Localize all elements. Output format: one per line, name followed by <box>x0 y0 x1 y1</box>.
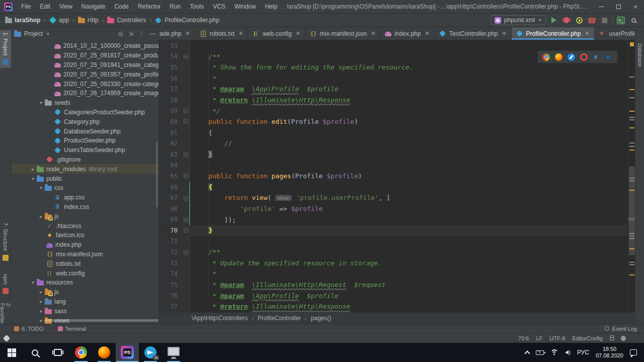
gutter-line-68[interactable]: 68 <box>158 203 190 214</box>
code-line-72[interactable]: 72− /** <box>158 247 628 258</box>
editorconfig-label[interactable]: EditorConfig <box>572 335 603 341</box>
tree-vertical-scrollbar[interactable] <box>156 142 158 207</box>
fold-start-icon[interactable]: − <box>184 119 188 124</box>
editor-breadcrumb-item[interactable]: pages() <box>311 315 332 322</box>
tree-item-lang[interactable]: ▸lang <box>11 297 158 307</box>
menu-code[interactable]: Code <box>110 3 133 10</box>
tree-item-userstableseeder-php[interactable]: UsersTableSeeder.php <box>11 146 158 155</box>
chevron-expanded-icon[interactable]: ▾ <box>30 280 36 285</box>
tree-item-2020-07-25-091941-create-categories-tabl[interactable]: 2020_07_25_091941_create_categories_tabl <box>11 60 158 70</box>
gutter-line-56[interactable]: 56 <box>158 73 190 84</box>
taskbar-clock[interactable]: 18:50 07.08.2020 <box>596 346 623 359</box>
gutter-line-74[interactable]: 74 <box>158 268 190 279</box>
menu-tools[interactable]: Tools <box>185 3 208 10</box>
chevron-expanded-icon[interactable]: ▾ <box>38 185 44 190</box>
menu-refactor[interactable]: Refactor <box>133 3 165 10</box>
tree-item-js[interactable]: ▸js <box>11 287 158 297</box>
tree-item-2020-07-25-092330-create-categories-proc[interactable]: 2020_07_25_092330_create-categories-proc <box>11 79 158 89</box>
breadcrumb-item[interactable]: app <box>48 17 70 24</box>
tree-item-index-css[interactable]: index.css <box>11 202 158 212</box>
chrome-browser-icon[interactable] <box>542 53 550 61</box>
inspection-status-icon[interactable] <box>630 42 634 46</box>
code-line-60[interactable]: 60− public function edit(Profile $profil… <box>158 116 628 127</box>
menu-help[interactable]: Help <box>261 3 282 10</box>
editor-tab-testcontroller-php[interactable]: TestController.php✕ <box>435 27 512 40</box>
tree-item-2020-07-25-091817-create-products-table-[interactable]: 2020_07_25_091817_create_products_table. <box>11 51 158 60</box>
chevron-collapsed-icon[interactable]: ▸ <box>30 167 36 172</box>
code-line-76[interactable]: 76 * @param \App\Profile $profile <box>158 291 628 302</box>
layers-icon[interactable] <box>3 334 10 341</box>
tree-item-index-php[interactable]: index.php <box>11 240 158 250</box>
gutter-line-75[interactable]: 75 <box>158 279 190 291</box>
code-editor[interactable]: 5354− /**55 * Show the form for editing … <box>158 40 628 312</box>
run-configuration-select[interactable]: phpunit.xml ▼ <box>491 15 546 25</box>
chevron-collapsed-icon[interactable]: ▸ <box>38 289 44 295</box>
toolwindow-tab-1-project[interactable]: 1: Project <box>0 30 11 68</box>
battery-icon[interactable] <box>536 350 544 355</box>
code-line-58[interactable]: 58 * @return \Illuminate\Http\Response <box>158 95 628 106</box>
hide-panel-button[interactable]: — <box>149 30 155 37</box>
tree-item-web-config[interactable]: web.config <box>11 268 158 278</box>
code-line-73[interactable]: 73 * Update the specified resource in st… <box>158 258 628 269</box>
tree-item-css[interactable]: ▾css <box>11 183 158 193</box>
gutter-line-65[interactable]: 65− <box>158 171 190 182</box>
tree-item-mix-manifest-json[interactable]: mix-manifest.json <box>11 250 158 259</box>
run-button[interactable] <box>549 16 558 25</box>
chevron-expanded-icon[interactable]: ▾ <box>30 176 36 181</box>
tree-item-favicon-ico[interactable]: favicon.ico <box>11 231 158 240</box>
breadcrumb-item[interactable]: laraShop <box>4 17 41 24</box>
maximize-button[interactable] <box>610 0 627 14</box>
gutter-line-63[interactable]: 63− <box>158 149 190 160</box>
menu-file[interactable]: File <box>17 3 35 10</box>
close-tab-icon[interactable]: ✕ <box>185 30 190 37</box>
editor-tab-ade-php[interactable]: ade.php✕ <box>158 27 195 40</box>
taskbar-firefox-button[interactable] <box>93 343 116 362</box>
tree-item-seeds[interactable]: ▾seeds <box>11 98 158 108</box>
code-line-75[interactable]: 75 * @param \Illuminate\Http\Request $re… <box>158 279 628 291</box>
toolwindow-tab-7-structure[interactable]: 7: Structure <box>0 221 11 264</box>
gutter-line-76[interactable]: 76 <box>158 291 190 302</box>
safari-browser-icon[interactable] <box>568 53 575 61</box>
code-line-65[interactable]: 65− public function pages(Profile $profi… <box>158 171 628 182</box>
locate-file-button[interactable]: ◎ <box>118 30 123 37</box>
gutter-line-70[interactable]: 70− <box>158 225 190 236</box>
fold-start-icon[interactable]: − <box>184 174 188 178</box>
tree-item-databaseseeder-php[interactable]: DatabaseSeeder.php <box>11 126 158 136</box>
tree-item-category-php[interactable]: Category.php <box>11 117 158 126</box>
editor-tab-mix-manifest-json[interactable]: mix-manifest.json✕ <box>305 27 381 40</box>
inspection-profile-icon[interactable] <box>621 336 626 341</box>
debug-button[interactable] <box>562 16 571 25</box>
gutter-line-58[interactable]: 58 <box>158 95 190 106</box>
editor-tab-web-config[interactable]: web.config✕ <box>248 27 305 40</box>
chevron-expanded-icon[interactable]: ▾ <box>38 318 44 323</box>
firefox-browser-icon[interactable] <box>555 53 562 61</box>
opera-browser-icon[interactable] <box>580 53 588 61</box>
code-line-53[interactable]: 53 <box>158 40 628 51</box>
event-log-button[interactable]: Event Log <box>605 326 637 332</box>
search-everywhere-button[interactable] <box>629 16 638 25</box>
code-line-70[interactable]: 70− } <box>158 225 628 236</box>
tree-item-public[interactable]: ▾public <box>11 174 158 183</box>
tree-item-productseeder-php[interactable]: ProductSeeder.php <box>11 136 158 146</box>
gutter-line-53[interactable]: 53 <box>158 40 190 51</box>
menu-navigate[interactable]: Navigate <box>77 3 110 10</box>
line-separator[interactable]: LF <box>536 335 542 341</box>
editor-tab-robots-txt[interactable]: robots.txt✕ <box>195 27 249 40</box>
editor-breadcrumb-item[interactable]: ProfileController <box>258 315 301 322</box>
code-line-59[interactable]: 59− */ <box>158 106 628 117</box>
code-line-57[interactable]: 57 * @param \App\Profile $profile <box>158 84 628 95</box>
breadcrumb-item[interactable]: Controllers <box>106 17 147 24</box>
close-tab-icon[interactable]: ✕ <box>238 30 243 37</box>
taskbar-telegram-button[interactable]: 38 <box>139 343 162 362</box>
todo-toolwindow-button[interactable]: 6: TODO <box>14 326 44 332</box>
taskbar-search-button[interactable] <box>23 343 46 362</box>
taskbar-phpstorm-button[interactable] <box>116 343 139 362</box>
gutter-line-57[interactable]: 57 <box>158 84 190 95</box>
edge-browser-icon[interactable] <box>605 53 613 61</box>
close-tab-icon[interactable]: ✕ <box>502 30 506 37</box>
breadcrumb-item[interactable]: ProfileController.php <box>154 17 220 24</box>
menu-run[interactable]: Run <box>165 3 185 10</box>
fold-end-icon[interactable]: − <box>184 109 188 113</box>
code-line-68[interactable]: 68 'profile' => $profile <box>158 203 628 214</box>
tree-item-node-modules[interactable]: ▸node_moduleslibrary root <box>11 164 158 174</box>
